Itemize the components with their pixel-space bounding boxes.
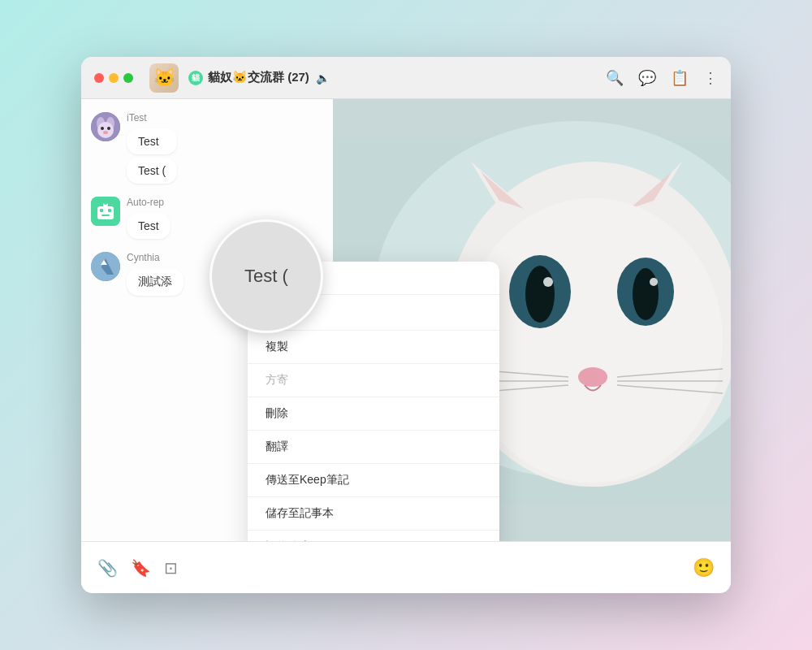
svg-point-25 (463, 198, 723, 483)
notes-icon[interactable]: 📋 (671, 69, 689, 87)
avatar-cynthia (91, 252, 120, 281)
more-icon[interactable]: ⋮ (703, 69, 718, 87)
volume-icon: 🔈 (316, 72, 330, 84)
menu-item-translate[interactable]: 翻譯 (248, 431, 499, 464)
svg-rect-11 (102, 214, 110, 216)
attach-icon[interactable]: 📎 (97, 558, 118, 578)
svg-point-29 (633, 268, 659, 320)
menu-item-forward[interactable]: 方寄 (248, 364, 499, 397)
bubble-itest-2: Test ( (127, 158, 177, 184)
crop-icon[interactable]: ⊡ (164, 558, 178, 578)
group-avatar: 🐱 (149, 63, 179, 93)
minimize-button[interactable] (109, 73, 119, 83)
traffic-lights (94, 73, 133, 83)
menu-item-send-keep[interactable]: 傳送至Keep筆記 (248, 464, 499, 497)
titlebar-actions: 🔍 💬 📋 ⋮ (606, 69, 718, 87)
svg-point-6 (103, 131, 108, 134)
svg-point-3 (97, 122, 114, 138)
search-icon[interactable]: 🔍 (606, 69, 624, 87)
svg-point-4 (101, 127, 104, 130)
menu-item-delete[interactable]: 刪除 (248, 397, 499, 431)
chat-icon[interactable]: 💬 (638, 69, 656, 87)
close-button[interactable] (94, 73, 104, 83)
channel-type-icon: 貓 (188, 71, 203, 85)
main-content: iTest Test Test ( (81, 99, 731, 593)
message-content-itest: iTest Test Test ( (127, 112, 177, 184)
bookmark-icon[interactable]: 🔖 (131, 558, 151, 578)
app-window: 🐱 貓 貓奴🐱交流群 (27) 🔈 🔍 💬 📋 ⋮ (81, 57, 731, 593)
titlebar: 🐱 貓 貓奴🐱交流群 (27) 🔈 🔍 💬 📋 ⋮ (81, 57, 731, 99)
sender-name-autorep: Auto-rep (127, 197, 171, 208)
messages-with-image: iTest Test Test ( (81, 99, 731, 541)
bubble-autorep: Test (127, 213, 171, 239)
menu-item-announce[interactable]: 設為公告 (248, 531, 499, 541)
svg-rect-10 (108, 209, 111, 212)
input-bar: 📎 🔖 ⊡ 🙂 (81, 541, 731, 593)
channel-name: 貓奴🐱交流群 (27) (208, 70, 309, 85)
message-row-autorep: Auto-rep Test (91, 197, 323, 239)
svg-point-28 (525, 266, 555, 323)
channel-info: 貓 貓奴🐱交流群 (27) 🔈 (188, 70, 596, 85)
emoji-icon[interactable]: 🙂 (693, 557, 715, 578)
svg-point-32 (578, 367, 607, 387)
avatar-itest (91, 112, 120, 141)
svg-rect-9 (100, 209, 103, 212)
message-content-autorep: Auto-rep Test (127, 197, 171, 239)
svg-point-5 (107, 127, 110, 130)
menu-item-copy[interactable]: 複製 (248, 331, 499, 364)
message-content-cynthia: Cynthia 測試添 (127, 252, 184, 296)
svg-point-13 (104, 202, 107, 205)
bubble-itest-1: Test (127, 128, 177, 154)
bubble-cynthia: 測試添 (127, 268, 184, 296)
svg-rect-8 (97, 206, 114, 219)
avatar-autorep (91, 197, 120, 226)
context-menu: 回覆 討論串 複製 方寄 刪除 翻譯 傳送至Keep筆記 儲存至記事本 設為公告 (248, 262, 499, 541)
chat-area: iTest Test Test ( (81, 99, 731, 593)
maximize-button[interactable] (123, 73, 133, 83)
svg-point-31 (650, 278, 658, 286)
svg-point-30 (543, 277, 553, 287)
message-row: iTest Test Test ( (91, 112, 323, 184)
menu-item-thread[interactable]: 討論串 (248, 295, 499, 331)
menu-item-reply[interactable]: 回覆 (248, 262, 499, 295)
sender-name-itest: iTest (127, 112, 177, 124)
menu-item-save-note[interactable]: 儲存至記事本 (248, 497, 499, 531)
sender-name-cynthia: Cynthia (127, 252, 184, 263)
